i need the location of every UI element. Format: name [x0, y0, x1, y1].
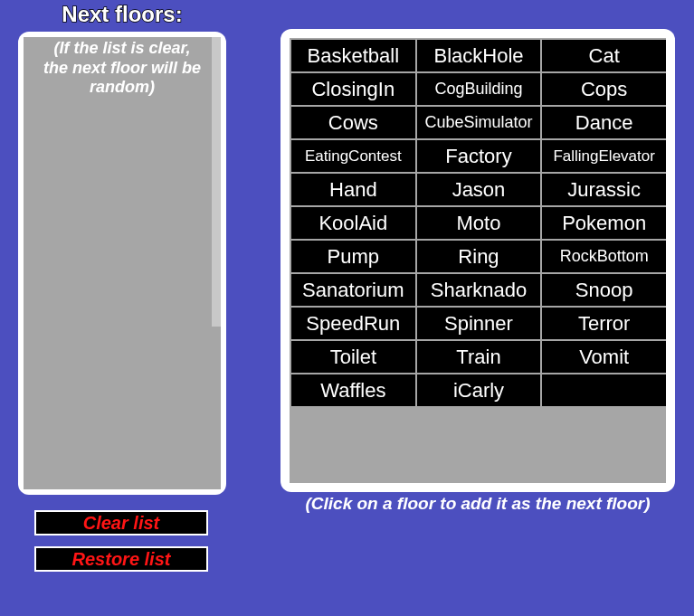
floor-cell-empty	[542, 374, 666, 406]
floor-cell-sharknado[interactable]: Sharknado	[417, 274, 541, 306]
queue-hint-line: (If the list is clear,	[53, 39, 190, 57]
floor-cell-cops[interactable]: Cops	[542, 73, 666, 105]
floors-hint: (Click on a floor to add it as the next …	[280, 494, 675, 514]
floor-cell-spinner[interactable]: Spinner	[417, 308, 541, 339]
queue-panel: (If the list is clear, the next floor wi…	[18, 32, 226, 495]
floor-cell-fallingelevator[interactable]: FallingElevator	[542, 140, 666, 172]
floor-cell-vomit[interactable]: Vomit	[542, 341, 666, 373]
floor-cell-koolaid[interactable]: KoolAid	[291, 207, 415, 239]
clear-list-button[interactable]: Clear list	[34, 510, 208, 535]
floor-cell-ring[interactable]: Ring	[417, 241, 541, 272]
restore-list-button[interactable]: Restore list	[34, 546, 208, 572]
floor-cell-toilet[interactable]: Toilet	[291, 341, 415, 373]
floor-cell-rockbottom[interactable]: RockBottom	[542, 241, 666, 272]
floor-cell-dance[interactable]: Dance	[542, 107, 666, 138]
floor-cell-cows[interactable]: Cows	[291, 107, 415, 138]
floor-cell-cubesimulator[interactable]: CubeSimulator	[417, 107, 541, 138]
queue-scrollbar[interactable]	[212, 37, 221, 327]
floor-cell-closingin[interactable]: ClosingIn	[291, 73, 415, 105]
queue-hint-line: random)	[90, 78, 155, 96]
floor-cell-icarly[interactable]: iCarly	[417, 374, 541, 406]
floor-cell-moto[interactable]: Moto	[417, 207, 541, 239]
floor-cell-sanatorium[interactable]: Sanatorium	[291, 274, 415, 306]
floor-cell-terror[interactable]: Terror	[542, 308, 666, 339]
queue-hint: (If the list is clear, the next floor wi…	[24, 37, 221, 98]
floor-cell-cogbuilding[interactable]: CogBuilding	[417, 73, 541, 105]
floor-cell-snoop[interactable]: Snoop	[542, 274, 666, 306]
floor-cell-blackhole[interactable]: BlackHole	[417, 40, 541, 71]
floor-cell-waffles[interactable]: Waffles	[291, 374, 415, 406]
floors-panel: BasketballBlackHoleCatClosingInCogBuildi…	[280, 29, 675, 492]
floor-cell-basketball[interactable]: Basketball	[291, 40, 415, 71]
floor-cell-eatingcontest[interactable]: EatingContest	[291, 140, 415, 172]
floors-list: BasketballBlackHoleCatClosingInCogBuildi…	[290, 38, 666, 483]
floor-cell-pump[interactable]: Pump	[291, 241, 415, 272]
floor-cell-jurassic[interactable]: Jurassic	[542, 174, 666, 205]
floors-grid: BasketballBlackHoleCatClosingInCogBuildi…	[290, 38, 666, 406]
queue-list[interactable]: (If the list is clear, the next floor wi…	[24, 37, 221, 489]
floor-cell-hand[interactable]: Hand	[291, 174, 415, 205]
floor-cell-factory[interactable]: Factory	[417, 140, 541, 172]
queue-hint-line: the next floor will be	[43, 59, 201, 77]
floor-cell-train[interactable]: Train	[417, 341, 541, 373]
floor-cell-speedrun[interactable]: SpeedRun	[291, 308, 415, 339]
floor-cell-jason[interactable]: Jason	[417, 174, 541, 205]
floor-cell-pokemon[interactable]: Pokemon	[542, 207, 666, 239]
next-floors-title: Next floors:	[18, 2, 226, 27]
floor-cell-cat[interactable]: Cat	[542, 40, 666, 71]
